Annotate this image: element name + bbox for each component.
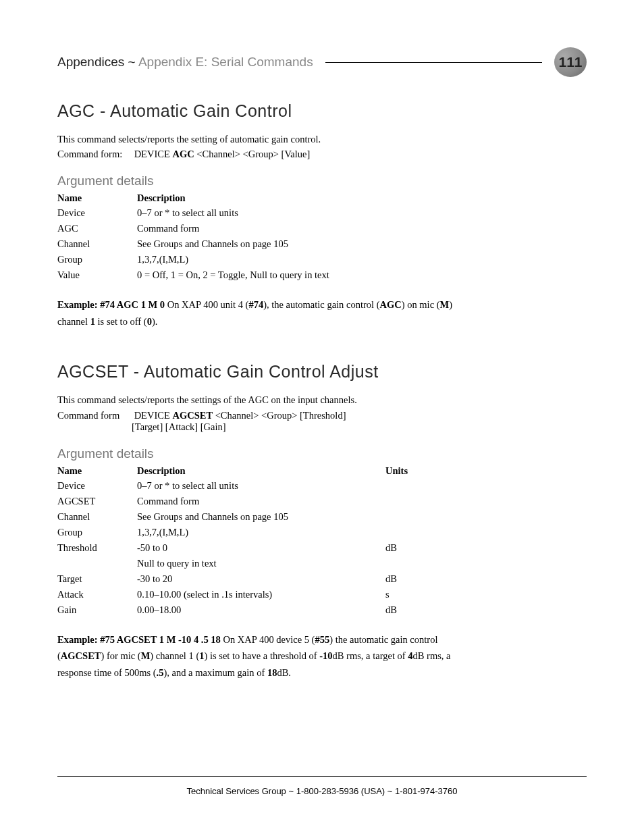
header-rule xyxy=(325,62,542,63)
col-name: Name xyxy=(57,191,137,205)
breadcrumb: Appendices ~ Appendix E: Serial Commands xyxy=(57,55,313,70)
example-lead: Example: #74 AGC 1 M 0 xyxy=(57,299,165,310)
cmd-bold: AGCSET xyxy=(172,410,213,421)
arg-details-heading: Argument details xyxy=(57,446,587,461)
cmd-prefix: DEVICE xyxy=(134,149,173,159)
table-row: ChannelSee Groups and Channels on page 1… xyxy=(57,509,435,525)
table-row: Null to query in text xyxy=(57,556,435,571)
breadcrumb-light: Appendix E: Serial Commands xyxy=(138,55,313,69)
table-header-row: Name Description xyxy=(57,191,435,205)
table-header-row: Name Description Units xyxy=(57,464,435,478)
breadcrumb-strong: Appendices ~ xyxy=(57,55,138,69)
table-row: Attack0.10–10.00 (select in .1s interval… xyxy=(57,587,435,602)
table-row: Device0–7 or * to select all units xyxy=(57,478,435,494)
section-title-agcset: AGCSET - Automatic Gain Control Adjust xyxy=(57,362,587,382)
example-lead: Example: #75 AGCSET 1 M -10 4 .5 18 xyxy=(57,634,221,645)
col-name: Name xyxy=(57,464,137,478)
cmd-suffix: <Channel> <Group> [Threshold] xyxy=(213,410,346,421)
page-header: Appendices ~ Appendix E: Serial Commands… xyxy=(57,47,587,77)
agc-example: Example: #74 AGC 1 M 0 On XAP 400 unit 4… xyxy=(57,296,476,330)
table-row: Value0 = Off, 1 = On, 2 = Toggle, Null t… xyxy=(57,267,435,283)
table-row: ChannelSee Groups and Channels on page 1… xyxy=(57,236,435,252)
table-row: AGCCommand form xyxy=(57,221,435,236)
cmd-line2: [Target] [Attack] [Gain] xyxy=(132,421,226,432)
table-row: Target-30 to 20dB xyxy=(57,571,435,587)
col-desc: Description xyxy=(137,191,435,205)
agcset-command-form: Command form DEVICE AGCSET <Channel> <Gr… xyxy=(57,410,587,433)
footer-text: Technical Services Group ~ 1-800-283-593… xyxy=(186,786,457,796)
agc-args-table: Name Description Device0–7 or * to selec… xyxy=(57,191,435,283)
page-footer: Technical Services Group ~ 1-800-283-593… xyxy=(57,776,587,796)
agcset-args-table: Name Description Units Device0–7 or * to… xyxy=(57,464,435,618)
arg-details-heading: Argument details xyxy=(57,174,587,188)
table-row: Group1,3,7,(I,M,L) xyxy=(57,252,435,267)
table-row: Group1,3,7,(I,M,L) xyxy=(57,525,435,540)
table-row: Gain0.00–18.00dB xyxy=(57,602,435,618)
page-number-badge: 111 xyxy=(554,47,587,77)
table-row: AGCSETCommand form xyxy=(57,494,435,509)
table-row: Threshold-50 to 0dB xyxy=(57,540,435,556)
col-desc: Description xyxy=(137,464,385,478)
cmd-label: Command form xyxy=(57,410,132,421)
col-units: Units xyxy=(385,464,435,478)
page-number: 111 xyxy=(558,54,582,70)
agc-command-form: Command form: DEVICE AGC <Channel> <Grou… xyxy=(57,149,587,160)
table-row: Device0–7 or * to select all units xyxy=(57,205,435,221)
cmd-label: Command form: xyxy=(57,149,132,160)
cmd-bold: AGC xyxy=(172,149,194,159)
page-content: Appendices ~ Appendix E: Serial Commands… xyxy=(0,0,644,681)
agcset-intro: This command selects/reports the setting… xyxy=(57,392,587,408)
cmd-prefix: DEVICE xyxy=(134,410,173,421)
agcset-example: Example: #75 AGCSET 1 M -10 4 .5 18 On X… xyxy=(57,631,476,681)
cmd-suffix: <Channel> <Group> [Value] xyxy=(194,149,311,159)
agc-intro: This command selects/reports the setting… xyxy=(57,132,587,147)
section-title-agc: AGC - Automatic Gain Control xyxy=(57,101,587,121)
